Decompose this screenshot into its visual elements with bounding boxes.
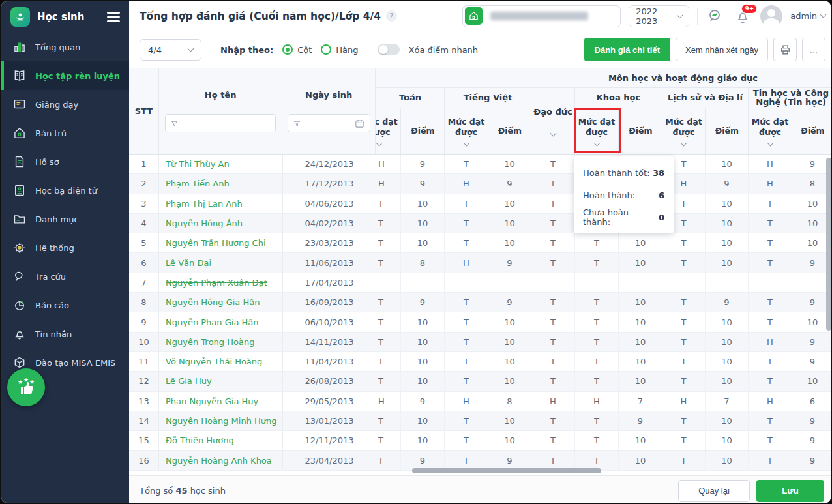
- cell-th-diem[interactable]: 9: [792, 411, 832, 430]
- cell-tv-diem[interactable]: 9: [488, 174, 531, 193]
- cell-dao-duc[interactable]: T: [531, 372, 575, 391]
- cell-dao-duc[interactable]: T: [531, 411, 575, 430]
- cell-toan-diem[interactable]: 10: [401, 312, 445, 331]
- col-tv-muc[interactable]: Mức đạt được: [445, 108, 488, 154]
- cell-tv-diem[interactable]: 10: [488, 411, 531, 430]
- cell-toan-muc[interactable]: T: [376, 451, 401, 469]
- cell-student-name[interactable]: Nguyễn Trọng Hoàng: [159, 333, 283, 351]
- cell-dao-duc[interactable]: T: [531, 293, 575, 312]
- cell-ls-muc[interactable]: T: [662, 372, 706, 391]
- cell-toan-muc[interactable]: T: [376, 233, 401, 252]
- sidebar-item-hoc-ba-dien-tu[interactable]: Học bạ điện tử: [1, 176, 129, 205]
- sidebar-item-ho-so[interactable]: Hồ sơ: [1, 147, 129, 176]
- sidebar-item-tra-cuu[interactable]: Tra cứu: [1, 262, 129, 291]
- school-selector[interactable]: [462, 5, 621, 27]
- cell-tv-diem[interactable]: 10: [488, 431, 531, 450]
- cell-ls-muc[interactable]: T: [662, 312, 706, 331]
- cell-student-name[interactable]: Đỗ Thiên Hương: [159, 431, 283, 450]
- more-options-button[interactable]: ...: [802, 38, 825, 61]
- cell-student-name[interactable]: Phạm Tiến Anh: [159, 174, 283, 193]
- cell-student-name[interactable]: Phan Nguyễn Gia Huy: [159, 392, 283, 411]
- cell-th-diem[interactable]: 10: [792, 372, 832, 391]
- cell-tv-muc[interactable]: H: [445, 174, 488, 193]
- cell-toan-muc[interactable]: T: [376, 293, 401, 312]
- cell-toan-diem[interactable]: 9: [401, 451, 445, 469]
- cell-toan-diem[interactable]: 10: [401, 214, 445, 233]
- cell-ls-muc[interactable]: H: [662, 392, 706, 411]
- cell-kh-diem[interactable]: 10: [619, 312, 662, 331]
- cell-tv-muc[interactable]: T: [445, 155, 488, 173]
- radio-row[interactable]: Hàng: [321, 44, 358, 55]
- cell-dao-duc[interactable]: T: [531, 233, 575, 252]
- class-select[interactable]: 4/4: [140, 39, 201, 61]
- cell-toan-diem[interactable]: [401, 273, 445, 292]
- cell-kh-diem[interactable]: [619, 273, 662, 292]
- cell-tv-muc[interactable]: T: [445, 312, 488, 331]
- cell-ls-diem[interactable]: 10: [706, 155, 749, 173]
- cell-ls-diem[interactable]: 10: [706, 431, 749, 450]
- radio-column[interactable]: Cột: [282, 44, 312, 55]
- cell-tv-muc[interactable]: T: [445, 352, 488, 371]
- cell-tv-muc[interactable]: T: [445, 431, 488, 450]
- cell-ls-muc[interactable]: T: [662, 253, 706, 272]
- cell-dao-duc[interactable]: T: [531, 214, 575, 233]
- cell-kh-diem[interactable]: 10: [619, 233, 662, 252]
- cell-dao-duc[interactable]: T: [531, 312, 575, 331]
- cell-student-name[interactable]: Nguyễn Hoàng Minh Hưng: [159, 411, 283, 430]
- quick-delete-toggle[interactable]: [378, 44, 400, 55]
- save-button[interactable]: Lưu: [756, 480, 824, 502]
- cell-toan-diem[interactable]: 10: [401, 352, 445, 371]
- cell-ls-diem[interactable]: 10: [706, 372, 749, 391]
- cell-tv-muc[interactable]: T: [445, 293, 488, 312]
- cell-toan-diem[interactable]: 10: [401, 233, 445, 252]
- cell-tv-diem[interactable]: 10: [488, 194, 531, 213]
- cell-th-muc[interactable]: T: [749, 253, 792, 272]
- cell-kh-muc[interactable]: T: [575, 253, 619, 272]
- cell-toan-diem[interactable]: 10: [401, 194, 445, 213]
- cell-kh-diem[interactable]: 10: [619, 372, 662, 391]
- cell-kh-muc[interactable]: T: [575, 293, 619, 312]
- cell-th-muc[interactable]: T: [749, 293, 792, 312]
- cell-toan-diem[interactable]: 8: [401, 253, 445, 272]
- cell-toan-diem[interactable]: 10: [401, 411, 445, 430]
- cell-tv-diem[interactable]: 10: [488, 155, 531, 173]
- cell-kh-muc[interactable]: T: [575, 333, 619, 351]
- sidebar-item-tin-nhan[interactable]: Tin nhắn: [1, 319, 129, 348]
- cell-th-muc[interactable]: T: [749, 312, 792, 331]
- cell-tv-muc[interactable]: [445, 273, 488, 292]
- cell-th-muc[interactable]: T: [749, 431, 792, 450]
- cell-ls-muc[interactable]: T: [662, 333, 706, 351]
- cell-th-muc[interactable]: H: [749, 333, 792, 351]
- cell-toan-diem[interactable]: 10: [401, 431, 445, 450]
- sidebar-item-bao-cao[interactable]: Báo cáo: [1, 291, 129, 319]
- help-icon[interactable]: ?: [386, 10, 397, 22]
- cell-ls-muc[interactable]: T: [662, 352, 706, 371]
- sidebar-item-ban-tru[interactable]: Bán trú: [1, 119, 129, 147]
- cell-tv-diem[interactable]: 9: [488, 293, 531, 312]
- cell-student-name[interactable]: Lê Văn Đại: [159, 253, 283, 272]
- cell-dao-duc[interactable]: H: [531, 392, 575, 411]
- cell-toan-muc[interactable]: T: [376, 312, 401, 331]
- cell-tv-diem[interactable]: 9: [488, 253, 531, 272]
- sidebar-item-hoc-tap-ren-luyen[interactable]: Học tập rèn luyện: [1, 61, 129, 90]
- cell-ls-diem[interactable]: 7: [706, 392, 749, 411]
- cell-dao-duc[interactable]: T: [531, 451, 575, 469]
- cell-tv-diem[interactable]: 10: [488, 214, 531, 233]
- cell-toan-muc[interactable]: T: [376, 194, 401, 213]
- cell-th-muc[interactable]: T: [749, 194, 792, 213]
- cell-kh-muc[interactable]: H: [575, 392, 619, 411]
- cell-toan-muc[interactable]: H: [376, 174, 401, 193]
- user-avatar[interactable]: [760, 5, 782, 27]
- cell-student-name[interactable]: Nguyễn Phạm Xuân Đạt: [159, 273, 283, 292]
- cell-toan-muc[interactable]: H: [376, 392, 401, 411]
- cell-tv-diem[interactable]: 10: [488, 333, 531, 351]
- user-menu[interactable]: admin: [790, 11, 825, 21]
- cell-ls-diem[interactable]: 10: [706, 312, 749, 331]
- cell-ls-diem[interactable]: 10: [706, 451, 749, 469]
- cell-toan-diem[interactable]: 9: [401, 392, 445, 411]
- cell-ls-diem[interactable]: 10: [706, 253, 749, 272]
- cell-dao-duc[interactable]: T: [531, 333, 575, 351]
- cell-th-muc[interactable]: T: [749, 214, 792, 233]
- rating-thumbs-up-badge[interactable]: ★ ★ ★: [7, 368, 45, 406]
- cell-dao-duc[interactable]: T: [531, 253, 575, 272]
